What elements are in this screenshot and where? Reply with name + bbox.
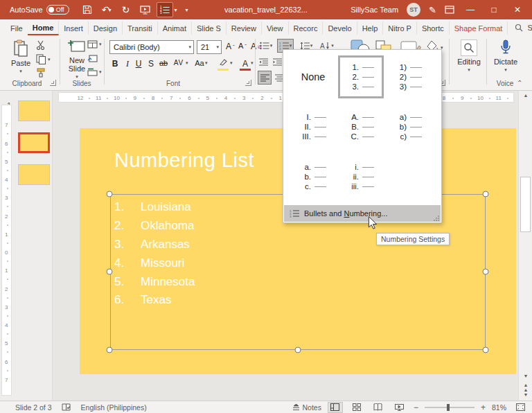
tab-shape-format[interactable]: Shape Format: [450, 21, 508, 35]
normal-view-button[interactable]: [328, 402, 343, 413]
scroll-down-icon[interactable]: ▼: [519, 374, 532, 378]
autosave-toggle[interactable]: AutoSave Off: [10, 5, 69, 15]
pen-mode-icon[interactable]: ✎: [429, 5, 436, 15]
new-slide-button[interactable]: New Slide ▾: [64, 39, 90, 80]
editing-button[interactable]: Editing ▾: [454, 39, 484, 73]
numbering-qat-icon[interactable]: 123: [157, 2, 173, 17]
tab-review[interactable]: Review: [227, 21, 262, 35]
next-slide-icon[interactable]: ▼: [519, 392, 532, 397]
zoom-in-button[interactable]: +: [481, 403, 486, 412]
customize-qat-icon[interactable]: ▾: [186, 7, 188, 13]
bullets-and-numbering-menu-item[interactable]: 123 Bullets and Numbering...: [284, 205, 441, 222]
list-item[interactable]: 5.Minnesota: [114, 272, 195, 291]
tab-develo[interactable]: Develo: [323, 21, 357, 35]
slide-title[interactable]: Numbering List: [114, 149, 254, 172]
tab-home[interactable]: Home: [28, 21, 60, 35]
spell-check-icon[interactable]: [62, 403, 71, 412]
selection-handle-bottom-center[interactable]: [295, 347, 301, 353]
tab-shortc[interactable]: Shortc: [417, 21, 450, 35]
layout-icon[interactable]: ▾: [87, 40, 102, 49]
font-dialog-launcher-icon[interactable]: [245, 80, 251, 86]
align-left-button[interactable]: [258, 71, 272, 85]
selection-handle-middle-right[interactable]: [483, 269, 489, 275]
collapse-ribbon-icon[interactable]: ⌃: [517, 79, 522, 87]
thumbnail-preview[interactable]: [18, 100, 50, 121]
highlight-color-button[interactable]: [218, 59, 229, 71]
underline-button[interactable]: U: [133, 59, 144, 69]
account-name[interactable]: SillySac Team: [351, 6, 398, 14]
text-shadow-button[interactable]: S: [145, 59, 157, 69]
numbering-option-123[interactable]: 1.2.3.: [338, 55, 384, 98]
copy-icon[interactable]: ▾: [36, 54, 51, 64]
slide-sorter-view-button[interactable]: [349, 402, 364, 413]
maximize-button[interactable]: □: [486, 5, 502, 15]
zoom-slider-thumb[interactable]: [447, 404, 450, 411]
tab-help[interactable]: Help: [357, 21, 384, 35]
tab-animat[interactable]: Animat: [158, 21, 192, 35]
ribbon-display-options-icon[interactable]: [445, 6, 454, 14]
language-status[interactable]: English (Philippines): [81, 403, 147, 412]
dictate-button[interactable]: Dictate ▾: [489, 39, 522, 73]
tab-slide-s[interactable]: Slide S: [192, 21, 227, 35]
numbering-qat-caret-icon[interactable]: ▾: [175, 7, 177, 13]
selection-handle-bottom-left[interactable]: [107, 347, 113, 353]
numbering-option-abc[interactable]: a.b.c.: [290, 155, 336, 198]
selection-handle-middle-left[interactable]: [107, 269, 113, 275]
resize-grip-icon[interactable]: [434, 216, 439, 221]
numbering-option-123[interactable]: 1)2)3): [386, 55, 432, 98]
list-item[interactable]: 3.Arkansas: [114, 236, 195, 254]
zoom-level[interactable]: 81%: [492, 403, 506, 412]
character-spacing-caret-icon[interactable]: ▾: [186, 60, 188, 66]
tab-transiti[interactable]: Transiti: [123, 21, 158, 35]
scrollbar-thumb[interactable]: [520, 177, 531, 232]
zoom-out-button[interactable]: −: [414, 403, 418, 412]
start-slideshow-icon[interactable]: [137, 2, 154, 17]
scroll-up-icon[interactable]: ▲: [519, 93, 532, 98]
slide-numbered-list[interactable]: 1.Louisiana2.Oklahoma3.Arkansas4.Missour…: [114, 198, 195, 310]
increase-indent-icon[interactable]: [272, 55, 283, 69]
font-name-select[interactable]: Calibri (Body)▾: [109, 40, 194, 54]
save-icon[interactable]: [79, 2, 96, 17]
thumbnail-preview[interactable]: [18, 164, 50, 185]
redo-icon[interactable]: ↻: [118, 2, 134, 17]
clipboard-dialog-launcher-icon[interactable]: [50, 80, 56, 86]
notes-icon[interactable]: Notes: [292, 403, 321, 412]
tab-design[interactable]: Design: [89, 21, 123, 35]
font-size-select[interactable]: 21▾: [197, 40, 222, 54]
undo-icon[interactable]: ↶▾: [98, 2, 115, 17]
tab-nitro-p[interactable]: Nitro P: [383, 21, 417, 35]
tab-file[interactable]: File: [6, 21, 28, 35]
character-spacing-button[interactable]: AV: [173, 59, 184, 67]
bold-button[interactable]: B: [109, 59, 121, 69]
bullets-button[interactable]: ▾: [258, 39, 274, 53]
selection-handle-top-left[interactable]: [107, 191, 113, 197]
thumbnail-preview[interactable]: [18, 132, 50, 153]
vertical-scrollbar[interactable]: ▲ ▼ ▲▲ ▼: [518, 91, 532, 401]
cut-icon[interactable]: [36, 40, 46, 50]
numbering-option-IIIIII[interactable]: I.II.III.: [290, 105, 336, 148]
slideshow-view-button[interactable]: [392, 402, 407, 413]
highlight-caret-icon[interactable]: ▾: [230, 60, 233, 66]
format-painter-icon[interactable]: [36, 68, 46, 78]
list-item[interactable]: 2.Oklahoma: [114, 217, 195, 236]
decrease-indent-icon[interactable]: [258, 55, 269, 69]
grow-font-icon[interactable]: Aˆ: [226, 42, 235, 51]
section-icon[interactable]: ▾: [87, 68, 102, 76]
change-case-button[interactable]: Aa: [194, 59, 205, 67]
fit-to-window-button[interactable]: [513, 402, 528, 413]
slide-counter[interactable]: Slide 2 of 3: [15, 403, 52, 412]
list-item[interactable]: 6.Texas: [114, 291, 195, 310]
reset-slide-icon[interactable]: [87, 54, 98, 63]
font-color-button[interactable]: A: [240, 59, 251, 71]
list-item[interactable]: 4.Missouri: [114, 254, 195, 272]
selection-handle-top-right[interactable]: [483, 191, 489, 197]
tab-recorc[interactable]: Recorc: [289, 21, 323, 35]
reading-view-button[interactable]: [371, 402, 386, 413]
numbering-option-iiiiii[interactable]: i.ii.iii.: [338, 155, 384, 198]
change-case-caret-icon[interactable]: ▾: [205, 60, 208, 66]
numbering-option-ABC[interactable]: A.B.C.: [338, 105, 384, 148]
numbering-option-none[interactable]: None: [290, 55, 336, 98]
paste-button[interactable]: Paste ▾: [7, 39, 35, 74]
font-color-caret-icon[interactable]: ▾: [251, 60, 254, 66]
avatar[interactable]: ST: [407, 3, 420, 17]
